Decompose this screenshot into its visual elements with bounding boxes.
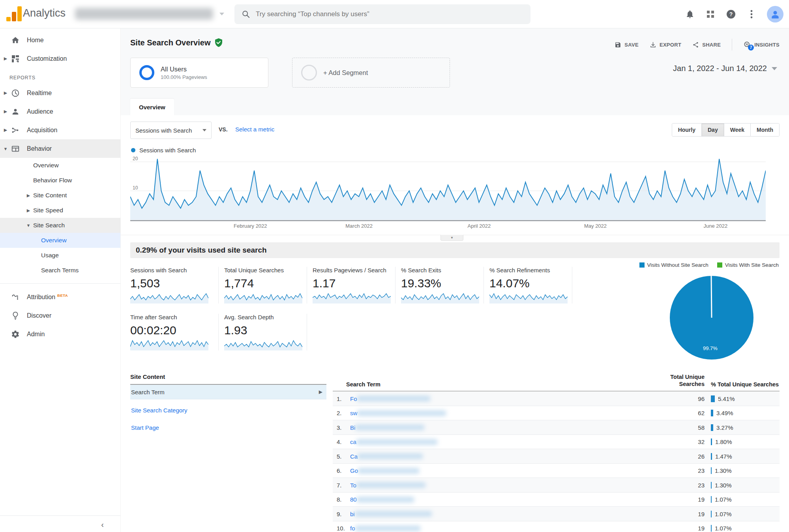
metric-value: 1,503 [130, 277, 213, 290]
blurred-search-term [355, 511, 432, 517]
granularity-month[interactable]: Month [751, 124, 779, 136]
expand-caret-icon: ▶ [24, 193, 32, 198]
dimension-site-search-category[interactable]: Site Search Category [130, 403, 326, 417]
metric-card[interactable]: Time after Search00:02:20 [130, 314, 219, 350]
notifications-bell-icon[interactable] [685, 9, 695, 19]
sidebar-item-site-search[interactable]: ▼Site Search [0, 218, 120, 233]
col-header-pct-total-unique-searches[interactable]: % Total Unique Searches [705, 381, 780, 388]
search-term-row: 8.80191.07% [333, 493, 780, 507]
sidebar-item-admin[interactable]: Admin [0, 325, 120, 343]
row-rank: 5. [337, 453, 349, 460]
series-legend-dot-icon [131, 148, 135, 152]
search-term-row: 2.sw623.49% [333, 406, 780, 421]
search-term-link[interactable]: Fo [350, 395, 357, 402]
insights-button[interactable]: 7 INSIGHTS [743, 41, 780, 49]
metric-select-dropdown[interactable]: Sessions with Search [130, 122, 212, 139]
search-term-link[interactable]: 80 [350, 496, 357, 503]
sidebar-item-customization[interactable]: ▶ Customization [0, 49, 120, 68]
sidebar-item-behavior-flow[interactable]: Behavior Flow [0, 173, 120, 188]
percent-bar [711, 410, 713, 416]
search-term-link[interactable]: ca [350, 438, 356, 445]
col-header-search-term[interactable]: Search Term [333, 381, 645, 388]
y-axis-tick: 20 [133, 156, 138, 161]
search-term-link[interactable]: Bi [350, 424, 355, 431]
sidebar-item-site-search-usage[interactable]: Usage [0, 248, 120, 263]
search-term-link[interactable]: Ca [350, 453, 358, 460]
dimension-search-term[interactable]: Search Term ▶ [130, 385, 326, 399]
sidebar-item-site-speed[interactable]: ▶Site Speed [0, 203, 120, 218]
sidebar-item-attribution[interactable]: AttributionBETA [0, 288, 120, 306]
blurred-search-term [358, 468, 419, 474]
realtime-clock-icon [10, 88, 21, 98]
sidebar-item-search-terms[interactable]: Search Terms [0, 263, 120, 278]
search-term-link[interactable]: To [350, 482, 356, 489]
expand-caret-icon: ▶ [2, 90, 9, 96]
tab-overview[interactable]: Overview [130, 99, 174, 115]
percent-value: 1.07% [715, 511, 732, 517]
pie-legend-item[interactable]: Visits With Site Search [717, 262, 779, 268]
sidebar-item-audience[interactable]: ▶ Audience [0, 102, 120, 121]
acquisition-icon [10, 125, 21, 135]
sidebar-item-behavior[interactable]: ▼ Behavior [0, 139, 120, 158]
segment-all-users[interactable]: All Users 100.00% Pageviews [130, 58, 268, 88]
brand-title[interactable]: Analytics [23, 7, 66, 19]
account-caret-icon[interactable] [219, 13, 224, 15]
metric-card[interactable]: % Search Refinements14.07% [484, 267, 572, 303]
sidebar-item-site-search-overview[interactable]: Overview [0, 233, 120, 248]
row-rank: 6. [337, 467, 349, 474]
search-term-link[interactable]: Go [350, 467, 358, 474]
collapse-caret-icon: ▼ [24, 223, 32, 228]
metric-card[interactable]: % Search Exits19.33% [395, 267, 484, 303]
sidebar-item-site-content[interactable]: ▶Site Content [0, 188, 120, 203]
account-selector-blurred[interactable] [75, 8, 213, 20]
more-vert-icon[interactable] [746, 9, 757, 19]
metric-card[interactable]: Total Unique Searches1,774 [219, 267, 307, 303]
blurred-search-term [356, 482, 425, 488]
search-term-row: 1.Fo965.41% [333, 392, 780, 406]
select-a-metric-link[interactable]: Select a metric [235, 126, 274, 133]
analytics-logo-icon[interactable] [6, 6, 22, 21]
search-input[interactable] [256, 10, 493, 18]
blurred-search-term [357, 410, 446, 416]
series-legend-label: Sessions with Search [139, 147, 196, 154]
metric-card[interactable]: Results Pageviews / Search1.17 [307, 267, 395, 303]
home-icon [10, 35, 21, 45]
sidebar-item-acquisition[interactable]: ▶ Acquisition [0, 121, 120, 139]
date-range-picker[interactable]: Jan 1, 2022 - Jun 14, 2022 [673, 64, 777, 73]
granularity-week[interactable]: Week [724, 124, 751, 136]
blurred-search-term [358, 453, 423, 459]
chart-collapse-tab[interactable]: ▼ [440, 235, 463, 241]
sidebar-collapse-chevron-icon[interactable]: ‹ [0, 515, 120, 532]
metric-card[interactable]: Avg. Search Depth1.93 [219, 314, 307, 350]
search-term-link[interactable]: sw [350, 410, 357, 416]
col-header-total-unique-searches[interactable]: Total UniqueSearches [645, 373, 705, 388]
granularity-day[interactable]: Day [702, 124, 724, 136]
save-button[interactable]: SAVE [615, 41, 639, 48]
attribution-icon [10, 292, 21, 302]
actions-divider [732, 39, 732, 51]
pie-legend-item[interactable]: Visits Without Site Search [639, 262, 708, 268]
metric-sparkline [313, 292, 390, 303]
export-button[interactable]: EXPORT [650, 41, 681, 48]
share-button[interactable]: SHARE [692, 41, 721, 48]
metric-card[interactable]: Sessions with Search1,503 [130, 267, 219, 303]
metric-sparkline [224, 292, 301, 303]
sidebar-item-behavior-overview[interactable]: Overview [0, 158, 120, 173]
segment-ring-icon [301, 65, 317, 81]
admin-gear-icon [10, 329, 21, 339]
search-term-row: 4.ca321.80% [333, 435, 780, 450]
sidebar-item-discover[interactable]: Discover [0, 306, 120, 325]
search-term-link[interactable]: fo [350, 525, 355, 532]
sidebar-item-realtime[interactable]: ▶ Realtime [0, 84, 120, 102]
help-icon[interactable]: ? [726, 9, 736, 19]
granularity-hourly[interactable]: Hourly [672, 124, 702, 136]
apps-grid-icon[interactable] [705, 9, 716, 19]
sidebar-item-home[interactable]: Home [0, 31, 120, 49]
dimension-start-page[interactable]: Start Page [130, 421, 326, 434]
search-term-link[interactable]: bi [350, 511, 355, 517]
total-unique-searches-value: 19 [645, 525, 705, 532]
row-rank: 8. [337, 496, 349, 503]
user-avatar[interactable] [767, 6, 783, 22]
add-segment-button[interactable]: + Add Segment [292, 58, 450, 88]
global-search[interactable] [234, 4, 530, 24]
